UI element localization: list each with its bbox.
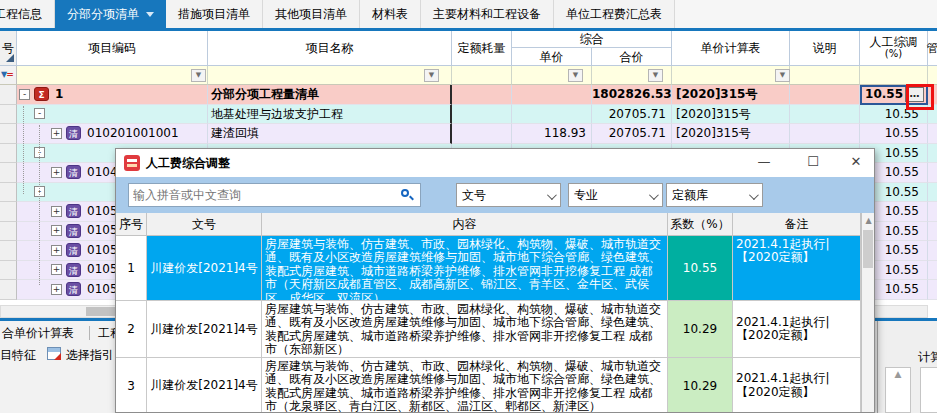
labor-adjust-dialog: 人工费综合调整 — ☐ ✕ 文号 专业 定额库 序号 文号 内容 系数（%） [115,148,875,413]
tree-guide-line [39,125,40,285]
filter-cell-seq: ▼= [0,66,17,85]
col-header-code[interactable]: 项目编码 [17,31,208,66]
col-header-mgr[interactable]: 管 [928,31,937,66]
list-item-icon: 清 [66,165,81,179]
filter-dropdown-icon[interactable]: ▼ [775,69,790,82]
tab-main-materials[interactable]: 主要材料和工程设备 [421,0,554,28]
filter-dropdown-icon[interactable]: ▼ [648,69,663,82]
grid-filter-row: ▼= ▼ ▼ ▼ ▼ ▼ [0,66,937,85]
expand-icon[interactable]: + [51,167,62,178]
col-header-composite[interactable]: 综合 [512,31,672,48]
annotation-highlight-box [906,84,934,110]
dcol-header-coef: 系数（%） [668,213,733,236]
row-name: 地基处理与边坡支护工程 [208,105,452,125]
drow-seq: 2 [116,301,147,358]
minimize-button[interactable]: — [747,149,781,177]
list-item-icon: 清 [66,282,81,296]
doc-number-select[interactable]: 文号 [456,183,561,207]
dialog-table-row[interactable]: 3 川建价发[2021]4号 房屋建筑与装饰、仿古建筑、市政、园林绿化、构筑物、… [116,358,861,413]
tab-fbfx-list[interactable]: 分部分项清单 [55,0,166,28]
quota-library-select[interactable]: 定额库 [666,183,763,207]
drow-doc: 川建价发[2021]4号 [147,358,262,413]
col-header-total[interactable]: 合价 [592,48,672,66]
dialog-title-bar[interactable]: 人工费综合调整 — ☐ ✕ [116,149,874,177]
tab-other-list[interactable]: 其他项目清单 [263,0,360,28]
search-box[interactable] [128,183,421,207]
bottom-right-panel: 计算 ▲ [877,321,937,413]
list-item-icon: 清 [66,224,81,238]
filter-dropdown-icon[interactable]: ▼ [424,69,439,82]
labor-adj-cell[interactable]: 10.55 [860,124,928,144]
specialty-select[interactable]: 专业 [568,183,663,207]
expand-icon[interactable]: + [51,264,62,275]
expand-icon[interactable]: + [51,284,62,295]
col-header-seq[interactable]: 号 [0,31,17,66]
app-window: 工程信息 分部分项清单 措施项目清单 其他项目清单 材料表 主要材料和工程设备 … [0,0,937,413]
row-total: 20705.71 [592,124,672,144]
filter-dropdown-icon[interactable]: ▼ [191,69,206,82]
drow-content: 房屋建筑与装饰、仿古建筑、市政、园林绿化、构筑物、爆破、城市轨道交通、既有及小区… [262,236,668,301]
table-row[interactable]: - Σ 1 分部分项工程量清单 1802826.53 [2020]315号 10… [0,85,937,105]
collapse-icon[interactable]: - [19,89,30,100]
dcol-header-note: 备注 [733,213,861,236]
scroll-up-icon[interactable]: ▲ [886,368,910,381]
table-row[interactable]: + 清 010201001001 建渣回填 118.93 20705.71 [2… [0,124,937,144]
dialog-table-header: 序号 文号 内容 系数（%） 备注 [116,213,861,236]
scrollbar-thumb[interactable] [86,307,118,316]
row-total: 20705.71 [592,105,672,125]
side-scroll-box[interactable]: ▲ [885,367,911,413]
col-header-labor-adj[interactable]: 人工综调(%) [860,31,928,66]
tab-unit-cost-summary[interactable]: 单位工程费汇总表 [554,0,675,28]
tab-dropdown-icon[interactable] [146,12,154,17]
col-header-calc[interactable]: 单价计算表 [672,31,790,66]
drow-seq: 3 [116,358,147,413]
tree-guide-line [23,106,24,194]
drow-doc: 川建价发[2021]4号 [147,236,262,301]
row-code: 010201001001 [87,124,179,143]
top-tab-bar: 工程信息 分部分项清单 措施项目清单 其他项目清单 材料表 主要材料和工程设备 … [0,0,937,31]
list-item-icon: 清 [66,243,81,257]
dialog-table-row[interactable]: 2 川建价发[2021]4号 房屋建筑与装饰、仿古建筑、市政、园林绿化、构筑物、… [116,301,861,358]
filter-funnel-icon[interactable]: ▼= [1,70,14,79]
drow-content: 房屋建筑与装饰、仿古建筑、市政、园林绿化、构筑物、爆破、城市轨道交通、既有及小区… [262,301,668,358]
search-input[interactable] [133,184,388,206]
filter-cell-note[interactable] [790,66,860,85]
expand-icon[interactable]: + [51,245,62,256]
filter-cell-adj[interactable] [860,66,928,85]
dcol-header-content: 内容 [262,213,668,236]
filter-cell-quota[interactable] [452,66,512,85]
collapse-icon[interactable]: - [34,108,45,119]
tab-unit-price-calc[interactable]: 合单价计算表 [2,324,74,342]
corner-triangle-icon [6,54,14,62]
expand-icon[interactable]: + [51,225,62,236]
expand-icon[interactable]: + [51,128,62,139]
grid-header: 号 项目编码 项目名称 定额耗量 综合 单价 合价 单价计算表 说明 人工综调(… [0,31,937,66]
tab-project-info[interactable]: 工程信息 [0,0,55,28]
dialog-toolbar: 文号 专业 定额库 [116,177,874,213]
scroll-up-icon[interactable]: ▲ [862,213,875,228]
filter-dropdown-icon[interactable]: ▼ [568,69,583,82]
search-icon[interactable] [401,189,414,202]
tab-measure-list[interactable]: 措施项目清单 [166,0,263,28]
close-button[interactable]: ✕ [839,149,873,177]
row-name: 分部分项工程量清单 [208,85,452,105]
filter-cell-code[interactable] [17,66,208,85]
guide-select-button[interactable]: 选择指引 [66,346,114,364]
col-header-note[interactable]: 说明 [790,31,860,66]
table-row[interactable]: - 地基处理与边坡支护工程 20705.71 [2020]315号 10.55 [0,105,937,125]
col-header-name[interactable]: 项目名称 [208,31,452,66]
col-header-price[interactable]: 单价 [512,48,592,66]
col-header-quota[interactable]: 定额耗量 [452,31,512,66]
dialog-table-row-selected[interactable]: 1 川建价发[2021]4号 房屋建筑与装饰、仿古建筑、市政、园林绿化、构筑物、… [116,236,861,301]
filter-cell-name[interactable] [208,66,452,85]
dcol-header-seq: 序号 [116,213,147,236]
list-item-icon: 清 [66,126,81,140]
filter-cell-calc[interactable] [672,66,790,85]
drow-note: 2021.4.1起执行|【2020定额】 [733,236,861,301]
expand-icon[interactable]: + [51,206,62,217]
scrollbar-thumb[interactable] [863,230,873,268]
dialog-scrollbar[interactable]: ▲ [861,213,874,413]
maximize-button[interactable]: ☐ [796,149,830,177]
tab-material-list[interactable]: 材料表 [360,0,421,28]
sigma-icon: Σ [34,87,49,101]
